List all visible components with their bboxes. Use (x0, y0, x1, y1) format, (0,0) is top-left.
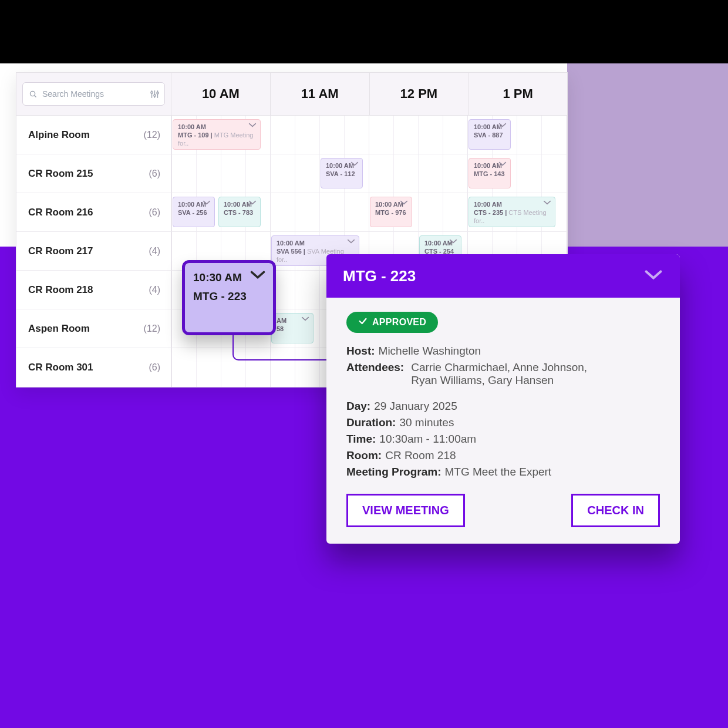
chevron-down-icon[interactable] (498, 161, 507, 169)
check-icon (358, 316, 368, 328)
rooms-column: Alpine Room(12)CR Room 215(6)CR Room 216… (16, 116, 171, 387)
svg-point-6 (154, 94, 156, 96)
event-time: 10:00 AM (474, 201, 550, 209)
event-code: SVA - 887 (474, 132, 503, 139)
time-label: Time: (346, 433, 376, 446)
meeting-detail-panel: MTG - 223 APPROVED Host: Michelle Washin… (326, 254, 680, 544)
room-name: CR Room 217 (28, 245, 93, 257)
room-row[interactable]: CR Room 301(6) (16, 348, 171, 387)
room-row[interactable]: Alpine Room(12) (16, 116, 171, 154)
event-code: SVA - 112 (326, 170, 355, 177)
svg-point-7 (157, 92, 159, 93)
view-meeting-button[interactable]: VIEW MEETING (346, 494, 465, 527)
event-code: CTS - 254 (424, 248, 454, 255)
room-name: CR Room 216 (28, 207, 93, 218)
filter-sliders-icon[interactable] (150, 89, 160, 99)
room-name: CR Room 301 (28, 362, 93, 373)
grid-row: 10:00 AMSVA - 25610:00 AMCTS - 78310:00 … (171, 193, 567, 232)
room-name: Alpine Room (28, 129, 90, 141)
time-header: 10 AM (171, 73, 271, 115)
event-card[interactable]: 10:00 AMSVA - 112 (321, 158, 363, 188)
room-count: (6) (149, 168, 160, 179)
day-label: Day: (346, 400, 370, 413)
selected-code: MTG - 223 (193, 290, 265, 303)
event-code: MTG - 976 (375, 209, 406, 216)
time-header: 11 AM (271, 73, 370, 115)
attendees-value: Carrie Charmichael, Anne Johnson, (411, 361, 587, 373)
search-input-wrap[interactable] (22, 82, 165, 106)
room-row[interactable]: CR Room 216(6) (16, 193, 171, 232)
event-card[interactable]: AM 58 (271, 313, 314, 343)
search-input[interactable] (42, 89, 145, 99)
event-card[interactable]: 10:00 AMMTG - 143 (469, 158, 511, 188)
grid-row: 10:00 AMMTG - 109 | MTG Meeting for..10:… (171, 116, 567, 154)
svg-point-5 (151, 92, 153, 93)
time-header: 1 PM (469, 73, 567, 115)
host-value: Michelle Washington (379, 345, 481, 358)
chevron-down-icon[interactable] (498, 122, 507, 130)
status-text: APPROVED (372, 317, 426, 328)
event-card[interactable]: 10:00 AMCTS - 783 (218, 197, 261, 227)
duration-label: Duration: (346, 416, 396, 429)
chevron-down-icon[interactable] (248, 200, 257, 208)
chevron-down-icon[interactable] (203, 200, 211, 208)
event-code: MTG - 109 | (178, 132, 213, 139)
time-value: 10:30am - 11:00am (379, 433, 476, 446)
room-row[interactable]: Aspen Room(12) (16, 309, 171, 348)
room-count: (4) (149, 246, 160, 257)
room-name: CR Room 215 (28, 168, 93, 180)
event-time: 10:00 AM (277, 240, 354, 248)
search-icon (29, 90, 38, 99)
app-topbar (0, 0, 728, 63)
event-card[interactable]: 10:00 AMMTG - 976 (370, 197, 412, 227)
event-code: SVA - 256 (178, 209, 207, 216)
chevron-down-icon[interactable] (449, 238, 457, 247)
room-value: CR Room 218 (385, 449, 456, 462)
time-header: 12 PM (370, 73, 469, 115)
event-code: 58 (277, 325, 284, 332)
panel-header: MTG - 223 (326, 254, 680, 298)
event-card-selected[interactable]: 10:30 AM MTG - 223 (182, 260, 276, 335)
room-row[interactable]: CR Room 217(4) (16, 232, 171, 271)
status-badge: APPROVED (346, 312, 438, 333)
host-label: Host: (346, 345, 375, 358)
room-row[interactable]: CR Room 218(4) (16, 271, 171, 309)
chevron-down-icon[interactable] (347, 238, 355, 247)
duration-value: 30 minutes (399, 416, 454, 429)
attendees-label: Attendees: (346, 361, 404, 374)
program-label: Meeting Program: (346, 466, 441, 478)
chevron-down-icon[interactable] (400, 200, 408, 208)
event-code: CTS - 235 | (474, 209, 507, 216)
svg-line-1 (35, 95, 36, 97)
program-value: MTG Meet the Expert (445, 466, 552, 478)
scheduler-header: 10 AM 11 AM 12 PM 1 PM (16, 73, 567, 116)
room-count: (12) (144, 130, 160, 140)
event-code: MTG - 143 (474, 170, 505, 177)
chevron-down-icon[interactable] (301, 316, 309, 324)
room-label: Room: (346, 449, 382, 462)
room-count: (6) (149, 362, 160, 373)
event-time: 10:00 AM (178, 123, 255, 132)
chevron-down-icon[interactable] (350, 161, 359, 169)
room-count: (12) (144, 323, 160, 334)
panel-title: MTG - 223 (343, 267, 416, 285)
chevron-down-icon[interactable] (543, 200, 551, 208)
bg-purple-side (567, 63, 728, 247)
grid-row: 10:00 AMSVA - 11210:00 AMMTG - 143 (171, 154, 567, 193)
check-in-button[interactable]: CHECK IN (571, 494, 660, 527)
room-name: Aspen Room (28, 323, 90, 335)
chevron-down-icon[interactable] (248, 122, 257, 130)
day-value: 29 January 2025 (374, 400, 457, 413)
room-count: (6) (149, 207, 160, 218)
event-card[interactable]: 10:00 AMMTG - 109 | MTG Meeting for.. (173, 119, 261, 150)
chevron-down-icon[interactable] (643, 268, 663, 284)
event-card[interactable]: 10:00 AMSVA - 887 (469, 119, 511, 150)
event-code: CTS - 783 (224, 209, 253, 216)
room-row[interactable]: CR Room 215(6) (16, 154, 171, 193)
svg-point-0 (31, 91, 35, 96)
event-card[interactable]: 10:00 AMCTS - 235 | CTS Meeting for.. (469, 197, 555, 227)
event-code: SVA 556 | (277, 248, 305, 255)
chevron-down-icon[interactable] (250, 269, 266, 283)
room-count: (4) (149, 285, 160, 295)
event-card[interactable]: 10:00 AMSVA - 256 (173, 197, 215, 227)
